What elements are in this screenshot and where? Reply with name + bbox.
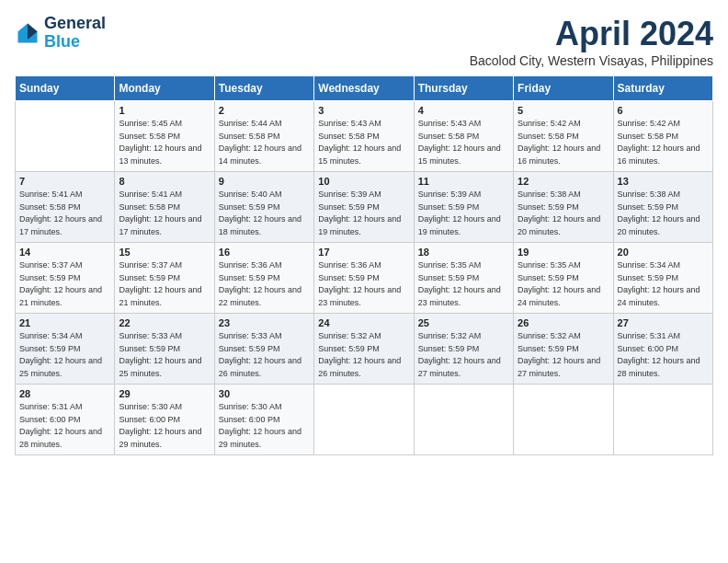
calendar-body: 1Sunrise: 5:45 AMSunset: 5:58 PMDaylight… — [16, 101, 713, 455]
subtitle: Bacolod City, Western Visayas, Philippin… — [470, 53, 713, 68]
day-info: Sunrise: 5:42 AMSunset: 5:58 PMDaylight:… — [618, 118, 709, 167]
calendar-cell: 5Sunrise: 5:42 AMSunset: 5:58 PMDaylight… — [514, 101, 613, 172]
day-info: Sunrise: 5:30 AMSunset: 6:00 PMDaylight:… — [219, 401, 310, 451]
calendar-cell: 19Sunrise: 5:35 AMSunset: 5:59 PMDayligh… — [514, 243, 613, 314]
day-info: Sunrise: 5:38 AMSunset: 5:59 PMDaylight:… — [618, 189, 709, 238]
day-number: 2 — [219, 105, 310, 116]
header-cell-thursday: Thursday — [414, 76, 513, 101]
calendar-cell: 27Sunrise: 5:31 AMSunset: 6:00 PMDayligh… — [613, 314, 712, 385]
page-header: General Blue April 2024 Bacolod City, We… — [15, 15, 713, 68]
calendar-cell: 12Sunrise: 5:38 AMSunset: 5:59 PMDayligh… — [514, 172, 613, 243]
calendar-cell: 4Sunrise: 5:43 AMSunset: 5:58 PMDaylight… — [414, 101, 513, 172]
calendar-cell: 24Sunrise: 5:32 AMSunset: 5:59 PMDayligh… — [314, 314, 414, 385]
calendar-week-row: 1Sunrise: 5:45 AMSunset: 5:58 PMDaylight… — [16, 101, 713, 172]
calendar-cell: 20Sunrise: 5:34 AMSunset: 5:59 PMDayligh… — [613, 243, 712, 314]
day-number: 20 — [618, 247, 709, 258]
day-number: 10 — [318, 176, 409, 187]
day-info: Sunrise: 5:31 AMSunset: 6:00 PMDaylight:… — [618, 330, 709, 380]
day-number: 17 — [318, 247, 409, 258]
header-cell-monday: Monday — [115, 76, 214, 101]
calendar-cell: 30Sunrise: 5:30 AMSunset: 6:00 PMDayligh… — [214, 385, 313, 455]
calendar-cell: 14Sunrise: 5:37 AMSunset: 5:59 PMDayligh… — [16, 243, 115, 314]
day-info: Sunrise: 5:36 AMSunset: 5:59 PMDaylight:… — [318, 259, 409, 309]
day-info: Sunrise: 5:43 AMSunset: 5:58 PMDaylight:… — [418, 118, 509, 167]
calendar-cell: 8Sunrise: 5:41 AMSunset: 5:58 PMDaylight… — [115, 172, 214, 243]
header-cell-saturday: Saturday — [613, 76, 712, 101]
calendar-cell: 26Sunrise: 5:32 AMSunset: 5:59 PMDayligh… — [514, 314, 613, 385]
calendar-cell — [314, 385, 414, 455]
calendar-cell: 7Sunrise: 5:41 AMSunset: 5:58 PMDaylight… — [16, 172, 115, 243]
day-number: 29 — [119, 388, 210, 399]
day-info: Sunrise: 5:34 AMSunset: 5:59 PMDaylight:… — [618, 259, 709, 309]
day-info: Sunrise: 5:34 AMSunset: 5:59 PMDaylight:… — [19, 330, 110, 380]
day-info: Sunrise: 5:36 AMSunset: 5:59 PMDaylight:… — [219, 259, 310, 309]
day-info: Sunrise: 5:40 AMSunset: 5:59 PMDaylight:… — [219, 189, 310, 238]
day-number: 14 — [19, 247, 110, 258]
header-cell-friday: Friday — [514, 76, 613, 101]
day-number: 1 — [119, 105, 210, 116]
day-number: 18 — [418, 247, 509, 258]
calendar-cell — [16, 101, 115, 172]
calendar-cell: 10Sunrise: 5:39 AMSunset: 5:59 PMDayligh… — [314, 172, 414, 243]
day-number: 7 — [19, 176, 110, 187]
day-number: 25 — [418, 317, 509, 328]
day-number: 23 — [219, 317, 310, 328]
day-info: Sunrise: 5:32 AMSunset: 5:59 PMDaylight:… — [318, 330, 409, 380]
day-number: 30 — [219, 388, 310, 399]
calendar-cell: 25Sunrise: 5:32 AMSunset: 5:59 PMDayligh… — [414, 314, 513, 385]
day-number: 5 — [518, 105, 609, 116]
day-number: 26 — [518, 317, 609, 328]
header-cell-tuesday: Tuesday — [214, 76, 313, 101]
header-cell-wednesday: Wednesday — [314, 76, 414, 101]
day-info: Sunrise: 5:45 AMSunset: 5:58 PMDaylight:… — [119, 118, 210, 167]
calendar-table: SundayMondayTuesdayWednesdayThursdayFrid… — [15, 75, 713, 455]
calendar-cell: 15Sunrise: 5:37 AMSunset: 5:59 PMDayligh… — [115, 243, 214, 314]
day-info: Sunrise: 5:43 AMSunset: 5:58 PMDaylight:… — [318, 118, 409, 167]
calendar-cell: 11Sunrise: 5:39 AMSunset: 5:59 PMDayligh… — [414, 172, 513, 243]
calendar-header-row: SundayMondayTuesdayWednesdayThursdayFrid… — [16, 76, 713, 101]
day-number: 11 — [418, 176, 509, 187]
logo-icon — [15, 20, 40, 46]
day-number: 21 — [19, 317, 110, 328]
calendar-cell: 3Sunrise: 5:43 AMSunset: 5:58 PMDaylight… — [314, 101, 414, 172]
calendar-cell: 2Sunrise: 5:44 AMSunset: 5:58 PMDaylight… — [214, 101, 313, 172]
calendar-cell: 21Sunrise: 5:34 AMSunset: 5:59 PMDayligh… — [16, 314, 115, 385]
logo: General Blue — [15, 15, 106, 52]
day-info: Sunrise: 5:42 AMSunset: 5:58 PMDaylight:… — [518, 118, 609, 167]
day-info: Sunrise: 5:33 AMSunset: 5:59 PMDaylight:… — [219, 330, 310, 380]
day-number: 19 — [518, 247, 609, 258]
day-number: 8 — [119, 176, 210, 187]
calendar-cell — [514, 385, 613, 455]
day-number: 9 — [219, 176, 310, 187]
calendar-cell: 23Sunrise: 5:33 AMSunset: 5:59 PMDayligh… — [214, 314, 313, 385]
calendar-cell: 13Sunrise: 5:38 AMSunset: 5:59 PMDayligh… — [613, 172, 712, 243]
day-info: Sunrise: 5:41 AMSunset: 5:58 PMDaylight:… — [19, 189, 110, 238]
day-info: Sunrise: 5:39 AMSunset: 5:59 PMDaylight:… — [418, 189, 509, 238]
day-number: 22 — [119, 317, 210, 328]
calendar-week-row: 14Sunrise: 5:37 AMSunset: 5:59 PMDayligh… — [16, 243, 713, 314]
day-info: Sunrise: 5:35 AMSunset: 5:59 PMDaylight:… — [518, 259, 609, 309]
calendar-week-row: 21Sunrise: 5:34 AMSunset: 5:59 PMDayligh… — [16, 314, 713, 385]
title-block: April 2024 Bacolod City, Western Visayas… — [470, 15, 713, 68]
day-info: Sunrise: 5:35 AMSunset: 5:59 PMDaylight:… — [418, 259, 509, 309]
logo-text: General Blue — [44, 15, 106, 52]
day-info: Sunrise: 5:31 AMSunset: 6:00 PMDaylight:… — [19, 401, 110, 451]
calendar-cell: 9Sunrise: 5:40 AMSunset: 5:59 PMDaylight… — [214, 172, 313, 243]
day-info: Sunrise: 5:38 AMSunset: 5:59 PMDaylight:… — [518, 189, 609, 238]
day-number: 3 — [318, 105, 409, 116]
header-cell-sunday: Sunday — [16, 76, 115, 101]
day-number: 16 — [219, 247, 310, 258]
calendar-cell — [613, 385, 712, 455]
calendar-cell: 16Sunrise: 5:36 AMSunset: 5:59 PMDayligh… — [214, 243, 313, 314]
day-info: Sunrise: 5:30 AMSunset: 6:00 PMDaylight:… — [119, 401, 210, 451]
day-info: Sunrise: 5:39 AMSunset: 5:59 PMDaylight:… — [318, 189, 409, 238]
calendar-cell: 1Sunrise: 5:45 AMSunset: 5:58 PMDaylight… — [115, 101, 214, 172]
calendar-cell: 18Sunrise: 5:35 AMSunset: 5:59 PMDayligh… — [414, 243, 513, 314]
calendar-cell: 22Sunrise: 5:33 AMSunset: 5:59 PMDayligh… — [115, 314, 214, 385]
day-number: 27 — [618, 317, 709, 328]
day-number: 15 — [119, 247, 210, 258]
day-info: Sunrise: 5:32 AMSunset: 5:59 PMDaylight:… — [418, 330, 509, 380]
calendar-cell: 28Sunrise: 5:31 AMSunset: 6:00 PMDayligh… — [16, 385, 115, 455]
day-number: 24 — [318, 317, 409, 328]
day-info: Sunrise: 5:33 AMSunset: 5:59 PMDaylight:… — [119, 330, 210, 380]
